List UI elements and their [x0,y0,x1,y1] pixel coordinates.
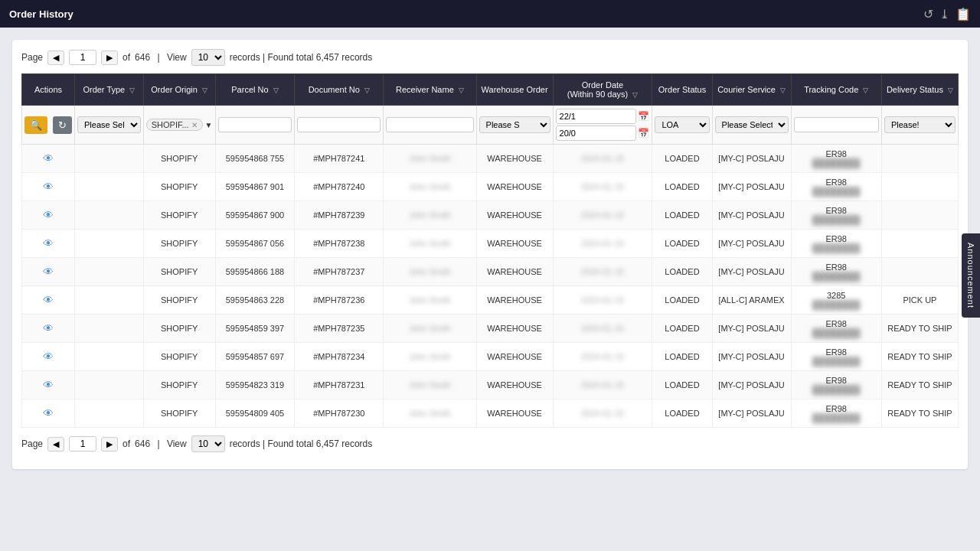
view-row-icon[interactable]: 👁 [43,379,54,391]
table-row: 👁 SHOPIFY 595954868 755 #MPH787241 John … [22,145,959,173]
row-order-origin: SHOPIFY [143,230,215,258]
separator: | [155,52,162,63]
download-icon[interactable]: ⤓ [939,7,949,21]
filter-courier-service-cell: Please Select [712,106,791,145]
view-row-icon[interactable]: 👁 [43,407,54,419]
top-bar-icons: ↺ ⤓ 📋 [923,7,971,21]
col-document-no: Document No ▽ [295,74,384,106]
reset-filter-button[interactable]: ↻ [53,116,72,134]
view-row-icon[interactable]: 👁 [43,266,54,278]
row-order-type [75,201,144,230]
row-courier-service: [MY-C] POSLAJU [712,343,791,371]
row-actions-cell: 👁 [22,201,75,230]
per-page-select-bottom[interactable]: 10 20 50 [191,435,225,452]
col-delivery-status: Delivery Status ▽ [881,74,958,106]
filter-parcel-no-input[interactable] [218,117,292,132]
prev-page-button-bottom[interactable]: ◀ [47,437,64,452]
row-order-origin: SHOPIFY [143,315,215,343]
filter-order-type-select[interactable]: Please Select [77,116,141,133]
row-parcel-no: 595954863 228 [215,286,295,315]
row-actions-cell: 👁 [22,343,75,371]
view-row-icon[interactable]: 👁 [43,209,54,221]
row-order-date: 2024-01-15 [553,399,652,428]
filter-order-status-select[interactable]: LOA LOADED [655,116,709,133]
row-parcel-no: 595954857 697 [215,343,295,371]
row-order-date: 2024-01-15 [553,315,652,343]
row-order-date: 2024-01-15 [553,145,652,173]
main-content: Page ◀ ▶ of 646 | View 10 20 50 records … [0,28,980,481]
row-order-origin: SHOPIFY [143,201,215,230]
col-order-type: Order Type ▽ [75,74,144,106]
export-icon[interactable]: 📋 [956,7,971,21]
row-document-no: #MPH787234 [295,343,384,371]
announcement-tab[interactable]: Announcement [962,233,980,318]
row-receiver-name: John Smith [384,145,476,173]
next-page-button-bottom[interactable]: ▶ [101,437,118,452]
row-tracking-code: 3285████████ [791,286,881,315]
row-actions-cell: 👁 [22,145,75,173]
row-actions-cell: 👁 [22,399,75,428]
prev-page-button[interactable]: ◀ [47,51,64,65]
row-warehouse-order: WAREHOUSE [476,145,553,173]
order-origin-dropdown-icon[interactable]: ▼ [205,121,213,129]
table-row: 👁 SHOPIFY 595954867 900 #MPH787239 John … [22,201,959,230]
records-label: records | Found total 6,457 records [230,52,373,63]
per-page-select[interactable]: 10 20 50 [191,49,225,66]
refresh-icon[interactable]: ↺ [923,7,933,21]
row-warehouse-order: WAREHOUSE [476,286,553,315]
table-row: 👁 SHOPIFY 595954867 056 #MPH787238 John … [22,230,959,258]
row-order-status: LOADED [652,230,712,258]
filter-delivery-status-cell: Please! [881,106,958,145]
filter-document-no-input[interactable] [297,117,381,132]
search-filter-button[interactable]: 🔍 [24,116,47,134]
filter-warehouse-order-select[interactable]: Please S [479,116,550,133]
view-row-icon[interactable]: 👁 [43,322,54,334]
row-delivery-status: PICK UP [881,286,958,315]
page-label: Page [21,52,43,63]
filter-receiver-name-input[interactable] [386,117,473,132]
row-delivery-status: READY TO SHIP [881,371,958,399]
row-parcel-no: 595954867 056 [215,230,295,258]
filter-delivery-status-select[interactable]: Please! [884,116,956,133]
row-warehouse-order: WAREHOUSE [476,201,553,230]
filter-tracking-code-input[interactable] [794,117,879,132]
row-parcel-no: 595954867 900 [215,201,295,230]
view-row-icon[interactable]: 👁 [43,181,54,193]
row-document-no: #MPH787239 [295,201,384,230]
filter-document-no-cell [295,106,384,145]
row-order-status: LOADED [652,145,712,173]
row-delivery-status: READY TO SHIP [881,343,958,371]
row-order-type [75,145,144,173]
page-input-bottom[interactable] [69,436,96,452]
order-origin-tag: SHOPIF... ✕ [146,119,203,131]
view-row-icon[interactable]: 👁 [43,294,54,306]
view-label-bottom: View [167,439,187,449]
next-page-button[interactable]: ▶ [101,51,118,65]
filter-order-type-cell: Please Select [75,106,144,145]
row-order-status: LOADED [652,201,712,230]
calendar-from-icon[interactable]: 📅 [638,111,649,122]
row-order-status: LOADED [652,173,712,201]
row-tracking-code: ER98████████ [791,343,881,371]
row-courier-service: [MY-C] POSLAJU [712,230,791,258]
row-order-type [75,371,144,399]
table-wrap: Actions Order Type ▽ Order Origin ▽ Parc… [21,73,959,428]
row-order-status: LOADED [652,258,712,286]
filter-courier-service-select[interactable]: Please Select [715,116,789,133]
view-row-icon[interactable]: 👁 [43,237,54,249]
row-order-type [75,258,144,286]
row-order-origin: SHOPIFY [143,371,215,399]
row-receiver-name: John Smith [384,343,476,371]
row-actions-cell: 👁 [22,173,75,201]
row-parcel-no: 595954868 755 [215,145,295,173]
view-row-icon[interactable]: 👁 [43,152,54,165]
filter-date-from-input[interactable] [556,109,637,124]
view-row-icon[interactable]: 👁 [43,350,54,363]
remove-order-origin-tag[interactable]: ✕ [191,121,198,129]
calendar-to-icon[interactable]: 📅 [638,128,649,139]
filter-parcel-no-cell [215,106,295,145]
filter-date-to-input[interactable] [556,126,637,141]
row-courier-service: [ALL-C] ARAMEX [712,286,791,315]
page-input[interactable] [69,50,96,65]
table-row: 👁 SHOPIFY 595954867 901 #MPH787240 John … [22,173,959,201]
